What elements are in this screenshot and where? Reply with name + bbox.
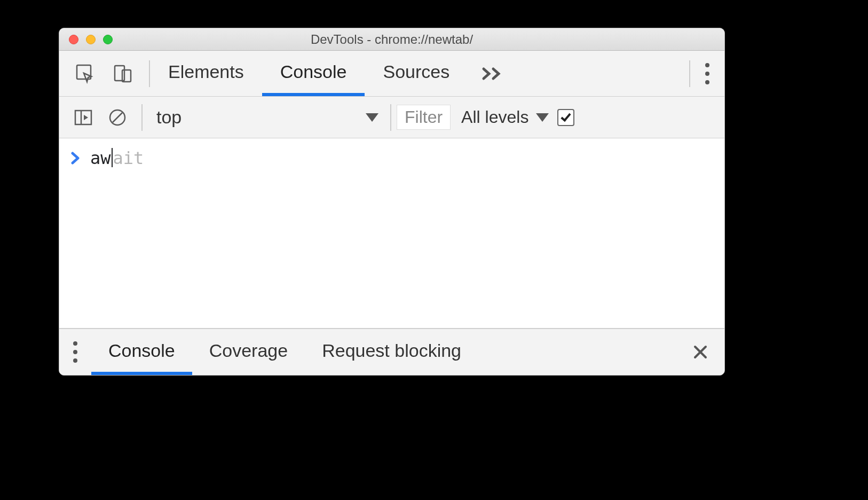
autocomplete-suggestion: ait — [113, 148, 144, 168]
window-controls — [59, 35, 113, 44]
drawer-tab-console[interactable]: Console — [91, 329, 192, 375]
svg-rect-1 — [115, 66, 124, 81]
toggle-device-toolbar-icon[interactable] — [112, 62, 134, 85]
execution-context-selector[interactable]: top — [143, 97, 390, 138]
chevron-down-icon — [536, 113, 549, 122]
execution-context-value: top — [156, 107, 359, 128]
settings-menu-icon[interactable] — [690, 51, 724, 96]
close-drawer-icon[interactable] — [676, 329, 724, 375]
preserve-log-checkbox[interactable] — [557, 109, 574, 126]
log-levels-label: All levels — [461, 107, 528, 127]
console-body[interactable]: await — [59, 138, 724, 328]
text-cursor — [112, 148, 113, 167]
clear-console-icon[interactable] — [107, 107, 128, 128]
zoom-window-button[interactable] — [103, 35, 113, 44]
svg-line-6 — [113, 113, 122, 122]
svg-rect-3 — [75, 111, 91, 124]
more-tabs-icon[interactable] — [468, 51, 518, 96]
devtools-window: DevTools - chrome://newtab/ Elements Con… — [59, 28, 725, 376]
typed-text: aw — [90, 148, 111, 168]
titlebar: DevTools - chrome://newtab/ — [59, 28, 724, 51]
show-console-sidebar-icon[interactable] — [73, 107, 93, 128]
drawer-tab-request-blocking[interactable]: Request blocking — [305, 329, 478, 375]
divider — [390, 104, 391, 131]
main-tabbar: Elements Console Sources — [59, 51, 724, 97]
chevron-down-icon — [366, 113, 378, 122]
tab-sources[interactable]: Sources — [365, 51, 468, 96]
inspect-element-icon[interactable] — [74, 62, 97, 85]
drawer-menu-icon[interactable] — [59, 329, 91, 375]
close-window-button[interactable] — [69, 35, 78, 44]
drawer-tabbar: Console Coverage Request blocking — [59, 328, 724, 375]
minimize-window-button[interactable] — [86, 35, 96, 44]
drawer-tab-coverage[interactable]: Coverage — [192, 329, 305, 375]
console-toolbar: top Filter All levels — [59, 97, 724, 138]
console-input[interactable]: await — [90, 148, 144, 168]
log-levels-selector[interactable]: All levels — [461, 107, 549, 127]
tab-console[interactable]: Console — [262, 51, 365, 96]
tab-elements[interactable]: Elements — [150, 51, 262, 96]
window-title: DevTools - chrome://newtab/ — [59, 32, 724, 47]
console-prompt-line[interactable]: await — [71, 148, 714, 168]
filter-input[interactable]: Filter — [397, 105, 451, 130]
check-icon — [561, 111, 571, 121]
prompt-chevron-icon — [71, 151, 81, 165]
